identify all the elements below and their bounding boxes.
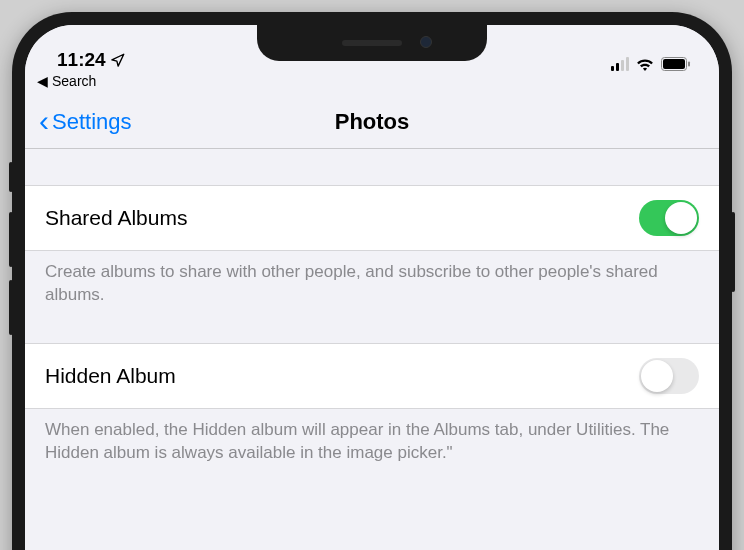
cell-label: Shared Albums	[45, 206, 187, 230]
battery-icon	[661, 57, 691, 71]
shared-albums-toggle[interactable]	[639, 200, 699, 236]
wifi-icon	[635, 56, 655, 71]
cell-label: Hidden Album	[45, 364, 176, 388]
svg-rect-2	[688, 61, 690, 66]
hidden-album-description: When enabled, the Hidden album will appe…	[25, 409, 719, 481]
nav-bar: ‹ Settings Photos	[25, 95, 719, 149]
screen: 11:24 ◀ Search	[25, 25, 719, 550]
switch-knob	[641, 360, 673, 392]
speaker-grille	[342, 40, 402, 46]
front-camera	[420, 36, 432, 48]
breadcrumb-back-icon: ◀	[37, 73, 48, 89]
svg-rect-1	[663, 59, 685, 69]
notch	[257, 25, 487, 61]
shared-albums-cell: Shared Albums	[25, 185, 719, 251]
shared-albums-description: Create albums to share with other people…	[25, 251, 719, 323]
volume-down-button	[9, 280, 13, 335]
switch-knob	[665, 202, 697, 234]
page-title: Photos	[335, 109, 410, 135]
phone-frame: 11:24 ◀ Search	[12, 12, 732, 550]
hidden-album-cell: Hidden Album	[25, 343, 719, 409]
breadcrumb-label: Search	[52, 73, 96, 89]
breadcrumb[interactable]: ◀ Search	[25, 73, 719, 95]
chevron-left-icon: ‹	[39, 106, 49, 136]
location-icon	[110, 53, 125, 68]
mute-switch	[9, 162, 13, 192]
status-time: 11:24	[57, 49, 106, 71]
volume-up-button	[9, 212, 13, 267]
power-button	[731, 212, 735, 292]
hidden-album-toggle[interactable]	[639, 358, 699, 394]
nav-back-label: Settings	[52, 109, 132, 135]
nav-back-button[interactable]: ‹ Settings	[39, 108, 132, 136]
cellular-signal-icon	[611, 57, 630, 71]
settings-content: Shared Albums Create albums to share wit…	[25, 149, 719, 481]
